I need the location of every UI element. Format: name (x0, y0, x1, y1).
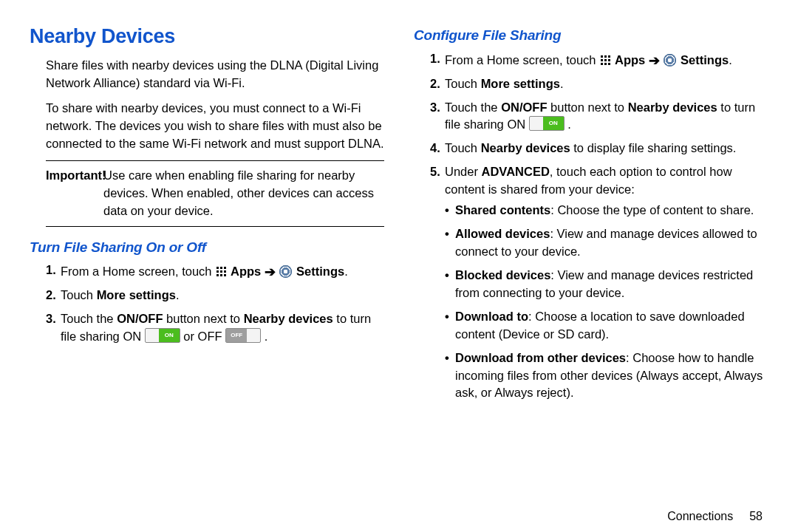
settings-label: Settings (293, 265, 344, 278)
apps-label: Apps (228, 265, 265, 278)
intro-paragraph: Share files with nearby devices using th… (46, 57, 384, 92)
bold-text: Allowed devices (455, 227, 550, 240)
apps-icon (216, 266, 227, 277)
important-label: Important! (46, 168, 106, 182)
important-note: Important! Use care when enabling file s… (46, 167, 384, 220)
step-text: Touch (61, 288, 97, 301)
bold-text: Download from other devices (455, 351, 626, 364)
bold-text: ON/OFF (117, 312, 163, 325)
step-text: button next to (547, 100, 627, 114)
steps-list: From a Home screen, touch Apps ➔ Setting… (430, 50, 768, 403)
step-text: Touch (445, 77, 481, 90)
toggle-on-label: ON (159, 329, 180, 342)
step-item: Touch the ON/OFF button next to Nearby d… (430, 99, 768, 134)
bold-text: Nearby devices (244, 312, 333, 325)
subheading-configure-sharing: Configure File Sharing (414, 25, 768, 46)
step-item: Touch More settings. (46, 287, 384, 304)
right-column: Configure File Sharing From a Home scree… (414, 22, 768, 495)
toggle-off-icon: OFF (225, 328, 261, 343)
step-item: From a Home screen, touch Apps ➔ Setting… (430, 50, 768, 69)
step-text: Touch the (445, 100, 501, 114)
subheading-turn-sharing: Turn File Sharing On or Off (30, 237, 384, 258)
apps-icon (600, 55, 611, 66)
divider (46, 226, 384, 227)
toggle-on-icon: ON (529, 116, 565, 131)
bold-text: Download to (455, 310, 528, 323)
step-text: From a Home screen, touch (445, 53, 599, 66)
step-item: Touch Nearby devices to display file sha… (430, 140, 768, 157)
bullet-item: Download to: Choose a location to save d… (445, 308, 768, 344)
toggle-on-label: ON (543, 117, 564, 130)
bullet-text: : Choose the type of content to share. (550, 203, 754, 216)
bold-text: ADVANCED (482, 165, 550, 178)
bullet-item: Shared contents: Choose the type of cont… (445, 202, 768, 219)
step-text: or OFF (183, 330, 225, 343)
bold-text: More settings (481, 77, 560, 90)
intro-paragraph: To share with nearby devices, you must c… (46, 100, 384, 153)
bullet-item: Blocked devices: View and manage devices… (445, 267, 768, 302)
settings-label: Settings (677, 53, 729, 66)
bold-text: Blocked devices (455, 268, 550, 282)
footer-page-number: 58 (749, 510, 763, 522)
important-body: Use care when enabling file sharing for … (103, 167, 384, 220)
step-text: Touch the (61, 312, 117, 325)
step-text: Under (445, 165, 482, 178)
arrow-icon: ➔ (265, 265, 276, 279)
bullet-list: Shared contents: Choose the type of cont… (445, 202, 768, 402)
bold-text: Shared contents (455, 203, 550, 216)
toggle-on-icon: ON (145, 328, 180, 343)
page-footer: Connections58 (0, 510, 798, 523)
apps-label: Apps (612, 53, 649, 66)
settings-icon (664, 54, 676, 66)
step-item: From a Home screen, touch Apps ➔ Setting… (46, 262, 384, 281)
bold-text: Nearby devices (481, 141, 570, 154)
bold-text: Nearby devices (628, 100, 717, 114)
footer-section: Connections (667, 510, 733, 522)
divider (46, 160, 384, 161)
step-text: From a Home screen, touch (61, 265, 215, 278)
settings-icon (279, 265, 292, 278)
bold-text: ON/OFF (501, 100, 547, 114)
step-item: Touch More settings. (430, 75, 768, 93)
bullet-item: Allowed devices: View and manage devices… (445, 225, 768, 261)
step-item: Touch the ON/OFF button next to Nearby d… (46, 310, 384, 346)
toggle-off-label: OFF (226, 329, 247, 342)
bold-text: More settings (97, 288, 176, 301)
step-text: to display file sharing settings. (570, 141, 737, 154)
bullet-item: Download from other devices: Choose how … (445, 349, 768, 403)
arrow-icon: ➔ (649, 53, 660, 68)
step-text: button next to (163, 312, 243, 325)
steps-list: From a Home screen, touch Apps ➔ Setting… (46, 262, 384, 346)
section-title: Nearby Devices (30, 22, 384, 51)
step-item: Under ADVANCED, touch each option to con… (430, 163, 768, 402)
left-column: Nearby Devices Share files with nearby d… (30, 22, 384, 495)
step-text: Touch (445, 141, 481, 154)
